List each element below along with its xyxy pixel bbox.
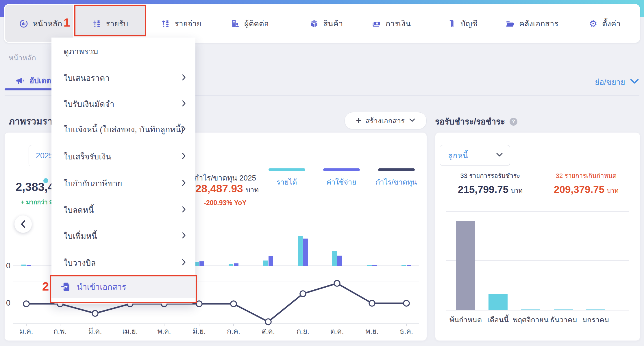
profit-loss-label: กำไร/ขาดทุน 2025 — [192, 172, 258, 184]
svg-text:ต.ค.: ต.ค. — [330, 327, 344, 335]
pending-receivables-stat: 33 รายการรอรับชำระ 215,799.75บาท — [453, 171, 528, 196]
nav-item-label: ผู้ติดต่อ — [244, 17, 269, 30]
nav-item-label: บัญชี — [460, 17, 477, 30]
menu-item-receipt[interactable]: ใบเสร็จรับเงิน — [51, 145, 195, 168]
annotation-step2-number: 2 — [42, 280, 49, 293]
legend-label: ค่าใช้จ่าย — [326, 176, 356, 188]
tab-latest-updates[interactable]: อัปเดตล — [15, 75, 56, 86]
document-folder-icon — [505, 19, 515, 29]
collapse-expand-link[interactable]: ย่อ/ขยาย — [595, 76, 639, 88]
svg-text:พฤศจิกายน: พฤศจิกายน — [513, 316, 548, 324]
page-title: ภาพรวมราย — [9, 114, 58, 129]
nav-item-products[interactable]: สินค้า — [309, 17, 343, 30]
svg-text:ส.ค.: ส.ค. — [262, 327, 275, 335]
overdue-count: 32 รายการเกินกำหนด — [549, 171, 624, 181]
chevron-down-icon — [409, 118, 415, 123]
menu-item-overview[interactable]: ดูภาพรวม — [51, 40, 195, 63]
nav-item-contacts[interactable]: ผู้ติดต่อ — [230, 17, 269, 30]
collapse-expand-label: ย่อ/ขยาย — [595, 76, 625, 88]
legend-item-expense[interactable]: ค่าใช้จ่าย — [323, 168, 360, 188]
chevron-right-icon — [182, 100, 186, 108]
svg-text:ม.ค.: ม.ค. — [19, 327, 33, 335]
accounting-book-icon — [447, 19, 456, 29]
receivables-aging-chart: พ้นกำหนดเดือนนี้พฤศจิกายนธันวาคมมกราคม — [443, 206, 633, 333]
menu-item-tax-invoice[interactable]: ใบกำกับภาษีขาย — [51, 172, 195, 195]
breadcrumb[interactable]: หน้าหลัก — [9, 52, 36, 64]
revenue-growth-text: + มากกว่า 9 — [21, 197, 53, 207]
svg-text:ธ.ค.: ธ.ค. — [400, 327, 413, 335]
menu-item-quotation[interactable]: ใบเสนอราคา — [51, 66, 195, 90]
svg-text:พ.ค.: พ.ค. — [157, 327, 171, 335]
menu-item-debit-note[interactable]: ใบเพิ่มหนี้ — [51, 224, 195, 248]
nav-item-label: การเงิน — [386, 17, 411, 30]
help-icon[interactable]: ? — [510, 118, 517, 126]
nav-item-finance[interactable]: การเงิน — [372, 17, 411, 30]
annotation-step1-number: 1 — [64, 16, 70, 29]
nav-item-expense[interactable]: รายจ่าย — [161, 17, 201, 30]
svg-text:มิ.ย.: มิ.ย. — [193, 327, 206, 335]
overdue-amount: 209,379.75 — [554, 184, 604, 195]
nav-item-settings[interactable]: ⚙ ตั้งค่า — [588, 17, 621, 30]
chevron-right-icon — [182, 232, 186, 240]
nav-item-income[interactable]: รายรับ — [92, 17, 128, 30]
svg-text:0: 0 — [6, 261, 10, 270]
receivables-panel-header: รอรับชำระ/รอชำระ ? — [435, 115, 517, 128]
currency-unit: บาท — [511, 187, 523, 194]
svg-text:พ้นกำหนด: พ้นกำหนด — [449, 316, 482, 324]
receivables-panel-title: รอรับชำระ/รอชำระ — [435, 115, 505, 128]
overdue-receivables-stat: 32 รายการเกินกำหนด 209,379.75บาท — [549, 171, 624, 196]
profit-yoy-change: -200.93% YoY — [192, 199, 258, 207]
chevron-right-icon — [182, 125, 186, 134]
currency-unit: บาท — [607, 187, 619, 194]
nav-item-accounting[interactable]: บัญชี — [447, 17, 477, 30]
chevron-right-icon — [182, 206, 186, 214]
plus-icon: + — [356, 115, 361, 126]
profit-loss-value: 28,487.93บาท — [195, 183, 259, 196]
legend-color-income — [269, 168, 305, 171]
pending-amount: 215,799.75 — [458, 184, 508, 195]
chevron-right-icon — [182, 152, 186, 161]
debtor-filter-dropdown[interactable]: ลูกหนี้ — [440, 145, 510, 166]
menu-item-billing-note[interactable]: ใบวางบิล — [51, 251, 195, 274]
nav-item-label: สินค้า — [323, 17, 343, 30]
nav-item-home[interactable]: หน้าหลัก — [19, 17, 62, 30]
svg-text:ก.ย.: ก.ย. — [297, 327, 309, 335]
svg-text:เม.ย.: เม.ย. — [122, 327, 138, 335]
svg-text:ก.พ.: ก.พ. — [53, 327, 67, 335]
legend-color-expense — [323, 168, 360, 171]
legend-item-profit[interactable]: กำไร/ขาดทุน — [377, 168, 415, 188]
debtor-filter-value: ลูกหนี้ — [448, 149, 468, 162]
nav-item-label: คลังเอกสาร — [519, 17, 558, 30]
svg-text:ก.ค.: ก.ค. — [227, 327, 240, 335]
product-box-icon — [309, 19, 319, 29]
nav-item-label: รายรับ — [106, 17, 128, 30]
carousel-previous-button[interactable] — [14, 215, 32, 233]
svg-text:มกราคม: มกราคม — [582, 316, 609, 324]
contacts-icon — [230, 19, 240, 29]
legend-item-income[interactable]: รายได้ — [268, 168, 306, 188]
income-icon — [92, 19, 102, 29]
app-window: หน้าหลัก รายรับ รายจ่าย ผู้ติดต่อ สินค้า… — [0, 0, 644, 346]
nav-item-label: ตั้งค่า — [602, 17, 621, 30]
svg-text:ธันวาคม: ธันวาคม — [550, 316, 577, 324]
create-document-button[interactable]: + สร้างเอกสาร — [345, 112, 427, 129]
expense-icon — [161, 19, 171, 29]
menu-item-deposit-receipt[interactable]: ใบรับเงินมัดจำ — [51, 92, 195, 116]
year-value: 2025 — [36, 151, 53, 160]
nav-item-document-storage[interactable]: คลังเอกสาร — [505, 17, 558, 30]
svg-text:พ.ย.: พ.ย. — [365, 327, 378, 335]
annotation-box-step2 — [50, 275, 197, 303]
settings-gear-icon: ⚙ — [588, 19, 598, 29]
chevron-down-icon — [496, 152, 503, 158]
svg-text:0: 0 — [6, 299, 10, 307]
menu-item-invoice[interactable]: ใบแจ้งหนี้ (ใบส่งของ, บันทึกลูกหนี้) — [51, 118, 195, 141]
receivables-card: ลูกหนี้ 33 รายการรอรับชำระ 215,799.75บาท… — [435, 132, 640, 341]
create-document-label: สร้างเอกสาร — [365, 115, 405, 127]
menu-item-credit-note[interactable]: ใบลดหนี้ — [51, 198, 195, 222]
income-dropdown-menu: ดูภาพรวม ใบเสนอราคา ใบรับเงินมัดจำ ใบแจ้… — [51, 38, 195, 304]
legend-label: กำไร/ขาดทุน — [375, 176, 417, 188]
nav-item-label: รายจ่าย — [175, 17, 201, 30]
chevron-right-icon — [182, 258, 186, 267]
pending-count: 33 รายการรอรับชำระ — [453, 171, 528, 181]
legend-label: รายได้ — [277, 176, 297, 188]
